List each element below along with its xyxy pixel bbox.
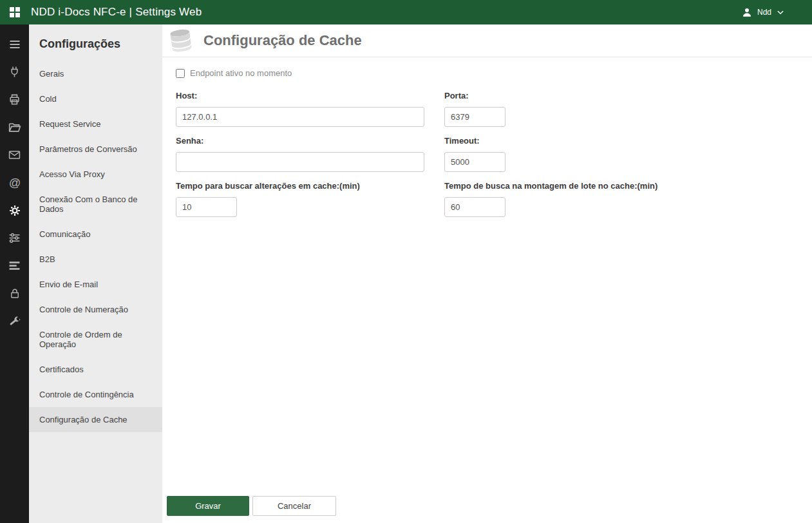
save-button[interactable]: Gravar bbox=[167, 496, 249, 516]
svg-text:@: @ bbox=[8, 176, 21, 189]
endpoint-active-row: Endpoint ativo no momento bbox=[176, 68, 812, 78]
sidebar-item-parametros-conversao[interactable]: Parâmetros de Conversão bbox=[29, 137, 162, 162]
gear-icon[interactable] bbox=[0, 196, 29, 224]
user-name: Ndd bbox=[757, 8, 771, 17]
sidebar-item-gerais[interactable]: Gerais bbox=[29, 61, 162, 86]
senha-field: Senha: bbox=[176, 136, 424, 172]
sidebar-item-controle-contingencia[interactable]: Controle de Contingência bbox=[29, 382, 162, 407]
porta-label: Porta: bbox=[444, 91, 812, 100]
sidebar-item-controle-ordem-operacao[interactable]: Controle de Ordem de Operação bbox=[29, 322, 162, 357]
server-icon[interactable] bbox=[0, 252, 29, 280]
sidebar-title: Configurações bbox=[29, 28, 162, 61]
tempo-buscar-label: Tempo para buscar alterações em cache:(m… bbox=[176, 181, 424, 191]
timeout-field: Timeout: bbox=[444, 136, 812, 172]
folder-open-icon[interactable] bbox=[0, 113, 29, 141]
sidebar-item-cold[interactable]: Cold bbox=[29, 86, 162, 111]
sidebar-item-envio-email[interactable]: Envio de E-mail bbox=[29, 272, 162, 297]
topbar: NDD i-Docs NFC-e | Settings Web Ndd bbox=[0, 0, 812, 24]
main-content: Configuração de Cache Endpoint ativo no … bbox=[162, 24, 812, 523]
cache-database-icon bbox=[166, 28, 196, 53]
page-header: Configuração de Cache bbox=[162, 24, 812, 57]
sidebar-item-comunicacao[interactable]: Comunicação bbox=[29, 222, 162, 247]
form-actions: Gravar Cancelar bbox=[162, 496, 812, 523]
sidebar-item-conexao-banco-dados[interactable]: Conexão Com o Banco de Dados bbox=[29, 187, 162, 222]
cache-config-form: Endpoint ativo no momento Host: Porta: S… bbox=[162, 57, 812, 226]
page-title: Configuração de Cache bbox=[203, 32, 362, 49]
sidebar-item-request-service[interactable]: Request Service bbox=[29, 111, 162, 137]
porta-input[interactable] bbox=[444, 107, 505, 127]
sidebar-item-configuracao-cache[interactable]: Configuração de Cache bbox=[29, 407, 162, 432]
host-field: Host: bbox=[176, 91, 424, 127]
endpoint-active-label: Endpoint ativo no momento bbox=[190, 68, 292, 78]
timeout-input[interactable] bbox=[444, 152, 505, 172]
sidebar-item-certificados[interactable]: Certificados bbox=[29, 357, 162, 382]
envelope-icon[interactable] bbox=[0, 141, 29, 169]
plug-icon[interactable] bbox=[0, 58, 29, 86]
menu-icon[interactable] bbox=[0, 30, 29, 58]
senha-input[interactable] bbox=[176, 152, 424, 172]
porta-field: Porta: bbox=[444, 91, 812, 127]
tempo-buscar-input[interactable] bbox=[176, 197, 237, 217]
chevron-down-icon bbox=[776, 8, 785, 17]
host-input[interactable] bbox=[176, 107, 424, 127]
tempo-lote-field: Tempo de busca na montagem de lote no ca… bbox=[444, 181, 812, 217]
tempo-lote-label: Tempo de busca na montagem de lote no ca… bbox=[444, 181, 812, 191]
at-icon[interactable]: @ bbox=[0, 169, 29, 196]
apps-grid-icon[interactable] bbox=[8, 5, 22, 19]
user-menu[interactable]: Ndd bbox=[741, 6, 785, 18]
lock-icon[interactable] bbox=[0, 280, 29, 307]
sidebar-item-acesso-via-proxy[interactable]: Acesso Via Proxy bbox=[29, 162, 162, 187]
host-label: Host: bbox=[176, 91, 424, 100]
senha-label: Senha: bbox=[176, 136, 424, 146]
icon-rail: @ bbox=[0, 24, 29, 523]
app-title: NDD i-Docs NFC-e | Settings Web bbox=[31, 6, 202, 19]
wrench-icon[interactable] bbox=[0, 307, 29, 335]
app-body: @ bbox=[0, 24, 812, 523]
cancel-button[interactable]: Cancelar bbox=[252, 496, 336, 516]
sliders-icon[interactable] bbox=[0, 224, 29, 252]
sidebar-item-b2b[interactable]: B2B bbox=[29, 247, 162, 272]
timeout-label: Timeout: bbox=[444, 136, 812, 146]
sidebar-item-controle-numeracao[interactable]: Controle de Numeração bbox=[29, 297, 162, 322]
sidebar: Configurações Gerais Cold Request Servic… bbox=[29, 24, 162, 523]
endpoint-active-checkbox[interactable] bbox=[176, 69, 185, 78]
form-grid: Host: Porta: Senha: Timeout: Tempo para … bbox=[176, 91, 812, 226]
printer-icon[interactable] bbox=[0, 86, 29, 113]
user-icon bbox=[741, 6, 753, 18]
tempo-lote-input[interactable] bbox=[444, 197, 505, 217]
tempo-buscar-field: Tempo para buscar alterações em cache:(m… bbox=[176, 181, 424, 217]
